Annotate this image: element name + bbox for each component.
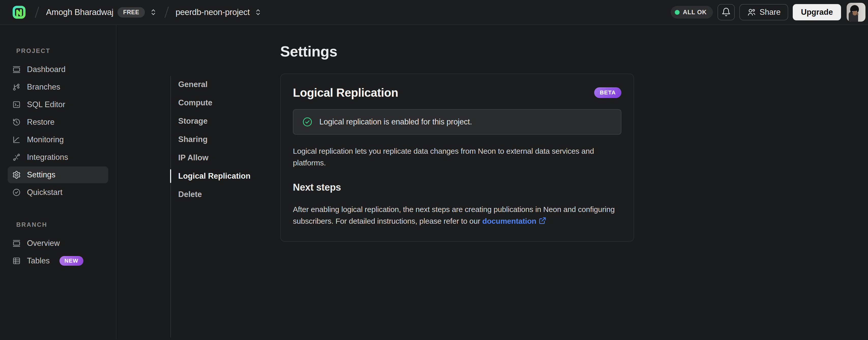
subnav-item-storage[interactable]: Storage [170,112,280,130]
next-steps-title: Next steps [293,182,621,193]
sidebar-item-sql-editor[interactable]: SQL Editor [8,96,108,113]
subnav-item-compute[interactable]: Compute [170,94,280,112]
status-indicator[interactable]: ALL OK [671,6,713,19]
sidebar-item-label: SQL Editor [27,100,65,109]
sidebar-item-label: Settings [27,170,55,179]
overview-icon [12,239,21,248]
sidebar-item-monitoring[interactable]: Monitoring [8,131,108,148]
integrations-icon [12,153,21,162]
neon-logo[interactable] [12,5,26,20]
sidebar-item-overview[interactable]: Overview [8,235,108,252]
sidebar-section-branch: BRANCH [8,221,108,228]
next-steps-text: After enabling logical replication, the … [293,204,621,227]
settings-subnav: General Compute Storage Sharing IP Allow… [170,74,280,339]
beta-badge: BETA [594,87,621,98]
sidebar-item-label: Quickstart [27,188,63,197]
plan-badge: FREE [118,7,145,18]
status-label: ALL OK [683,9,707,16]
sidebar-item-label: Branches [27,82,60,92]
breadcrumb-slash [164,7,168,18]
sidebar-item-tables[interactable]: Tables NEW [8,252,108,269]
chart-line-icon [12,135,21,144]
success-check-icon [302,117,313,127]
sidebar: PROJECT Dashboard Branches SQL Editor [0,25,117,339]
sidebar-item-quickstart[interactable]: Quickstart [8,184,108,201]
users-icon [747,8,756,17]
chevrons-up-down-icon [254,8,262,17]
enabled-banner: Logical replication is enabled for this … [293,109,621,135]
page-title: Settings [280,43,634,60]
subnav-item-general[interactable]: General [170,75,280,94]
history-icon [12,118,21,126]
user-avatar[interactable] [847,3,865,22]
breadcrumb-slash [35,7,39,18]
dashboard-icon [12,65,21,74]
subnav-item-logical-replication[interactable]: Logical Replication [170,167,280,185]
subnav-item-sharing[interactable]: Sharing [170,130,280,149]
sidebar-item-restore[interactable]: Restore [8,114,108,131]
settings-content: Settings Logical Replication BETA Logica… [280,25,634,339]
chevrons-up-down-icon [149,8,158,17]
sidebar-item-dashboard[interactable]: Dashboard [8,61,108,78]
sidebar-item-settings[interactable]: Settings [8,166,108,183]
subnav-item-delete[interactable]: Delete [170,185,280,204]
subnav-item-ip-allow[interactable]: IP Allow [170,149,280,167]
git-branch-icon [12,83,21,91]
documentation-link[interactable]: documentation [482,217,536,225]
status-dot-icon [675,10,680,15]
sidebar-item-branches[interactable]: Branches [8,79,108,95]
sidebar-item-label: Dashboard [27,65,66,74]
new-badge: NEW [60,256,83,266]
upgrade-button[interactable]: Upgrade [793,4,841,20]
logical-replication-card: Logical Replication BETA Logical replica… [280,74,634,242]
project-name: peerdb-neon-project [176,7,250,17]
org-switcher[interactable]: Amogh Bharadwaj FREE [44,6,159,19]
sidebar-item-label: Overview [27,239,60,248]
check-circle-icon [12,188,21,197]
terminal-icon [12,100,21,109]
table-icon [12,257,21,265]
neon-logo-icon [12,5,26,20]
gear-icon [12,171,21,179]
external-link-icon [538,217,547,225]
sidebar-item-label: Restore [27,118,55,127]
top-bar: Amogh Bharadwaj FREE peerdb-neon-project… [0,0,868,25]
description-text: Logical replication lets you replicate d… [293,145,621,169]
next-steps-text-body: After enabling logical replication, the … [293,205,615,225]
org-name: Amogh Bharadwaj [46,7,114,17]
avatar-image [847,3,865,22]
project-switcher[interactable]: peerdb-neon-project [174,6,264,18]
sidebar-section-project: PROJECT [8,47,108,54]
banner-text: Logical replication is enabled for this … [319,117,472,126]
notifications-button[interactable] [717,4,735,20]
bell-icon [721,7,731,17]
sidebar-item-label: Monitoring [27,135,64,144]
sidebar-item-label: Integrations [27,153,68,162]
card-title: Logical Replication [293,86,398,100]
sidebar-item-label: Tables [27,256,50,265]
share-label: Share [760,8,781,17]
share-button[interactable]: Share [739,4,788,20]
sidebar-item-integrations[interactable]: Integrations [8,149,108,166]
